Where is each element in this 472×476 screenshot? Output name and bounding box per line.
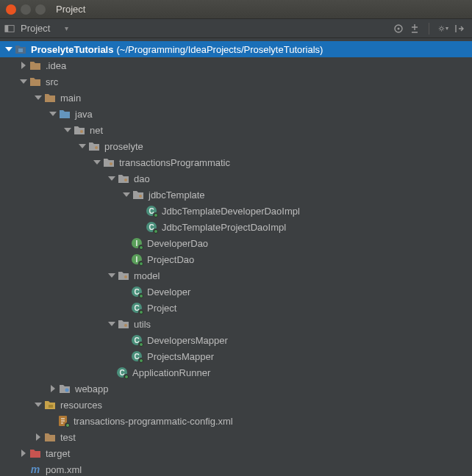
tree-item-net[interactable]: net (0, 122, 472, 138)
item-label: pom.xml (46, 462, 82, 477)
tree-item-class[interactable]: C ApplicationRunner (0, 364, 472, 381)
maven-file-icon: m (29, 464, 41, 475)
minimize-button[interactable] (21, 4, 31, 15)
item-label: JdbcTemplateProjectDaoImpl (162, 220, 286, 235)
tree-item-transactions[interactable]: transactionsProgrammatic (0, 154, 472, 170)
expand-arrow-icon[interactable] (4, 45, 13, 54)
tree-item-test[interactable]: test (0, 429, 472, 445)
svg-point-14 (65, 389, 69, 392)
tree-item-interface[interactable]: I DeveloperDao (0, 235, 472, 251)
tree-item-class[interactable]: C JdbcTemplateDeveloperDaoImpl (0, 203, 472, 219)
item-label: DevelopersMapper (147, 333, 228, 348)
expand-arrow-icon[interactable] (19, 61, 28, 70)
tree-item-proselyte[interactable]: proselyte (0, 138, 472, 154)
tree-item-xml[interactable]: transactions-programmatic-config.xml (0, 413, 472, 429)
class-icon: C (116, 367, 128, 378)
root-path: (~/Programming/IdeaProjects/ProselyteTut… (116, 42, 323, 57)
excluded-folder-icon (29, 447, 41, 459)
gear-icon[interactable]: ▾ (438, 24, 448, 34)
item-label: model (134, 268, 160, 284)
expand-arrow-icon[interactable] (19, 77, 28, 86)
tree-item-model[interactable]: model (0, 267, 472, 284)
collapse-all-icon[interactable] (410, 24, 420, 34)
expand-arrow-icon[interactable] (19, 449, 28, 458)
tree-item-class[interactable]: C ProjectsMapper (0, 348, 472, 364)
hide-icon[interactable] (454, 24, 465, 34)
tree-item-class[interactable]: C JdbcTemplateProjectDaoImpl (0, 219, 472, 235)
class-icon: C (146, 221, 157, 233)
expand-arrow-icon[interactable] (49, 109, 57, 118)
close-button[interactable] (6, 4, 16, 15)
expand-arrow-icon[interactable] (107, 174, 116, 183)
expand-arrow-icon[interactable] (78, 142, 87, 151)
class-icon: C (131, 302, 143, 314)
svg-rect-6 (18, 48, 23, 52)
svg-point-5 (440, 27, 443, 30)
tree-item-target[interactable]: target (0, 445, 472, 461)
tree-item-src[interactable]: src (0, 73, 472, 90)
expand-arrow-icon[interactable] (34, 400, 43, 409)
class-icon: C (131, 334, 143, 346)
interface-icon: I (131, 237, 143, 249)
package-icon (74, 124, 85, 136)
package-icon (118, 318, 129, 330)
locate-icon[interactable] (393, 24, 404, 34)
item-label: Project (147, 300, 176, 316)
folder-icon (59, 383, 71, 394)
item-label: dao (134, 171, 150, 187)
class-icon: C (131, 286, 143, 298)
class-icon: C (131, 350, 143, 362)
expand-arrow-icon[interactable] (107, 271, 116, 280)
item-label: utils (134, 317, 151, 332)
item-label: transactions-programmatic-config.xml (74, 414, 233, 429)
project-toolbar: Project ▾ ▾ (0, 19, 472, 38)
item-label: ProjectDao (147, 252, 194, 267)
class-icon: C (146, 205, 157, 217)
tree-item-class[interactable]: C Developer (0, 284, 472, 300)
tree-item-jdbctemplate[interactable]: jdbcTemplate (0, 187, 472, 203)
root-label: ProselyteTutorials (31, 42, 113, 57)
tree-item-main[interactable]: main (0, 90, 472, 106)
interface-icon: I (131, 253, 143, 265)
package-icon (118, 270, 129, 281)
project-tree[interactable]: ProselyteTutorials (~/Programming/IdeaPr… (0, 38, 472, 476)
svg-rect-2 (5, 25, 8, 32)
project-view-icon (4, 24, 15, 34)
expand-arrow-icon[interactable] (49, 384, 57, 393)
item-label: proselyte (104, 139, 143, 154)
folder-icon (44, 92, 56, 104)
item-label: ApplicationRunner (132, 365, 210, 381)
expand-arrow-icon[interactable] (63, 126, 72, 134)
tree-item-utils[interactable]: utils (0, 316, 472, 332)
view-selector-label[interactable]: Project (21, 23, 50, 34)
tree-item-class[interactable]: C Project (0, 300, 472, 316)
svg-rect-15 (49, 405, 53, 408)
package-icon (132, 189, 144, 201)
expand-arrow-icon[interactable] (34, 93, 43, 102)
tree-item-interface[interactable]: I ProjectDao (0, 251, 472, 267)
expand-arrow-icon[interactable] (93, 158, 101, 167)
svg-point-4 (398, 27, 400, 29)
maximize-button[interactable] (35, 4, 46, 15)
item-label: java (75, 107, 93, 122)
item-label: target (46, 446, 70, 461)
tree-item-java[interactable]: java (0, 106, 472, 122)
module-icon (15, 43, 26, 55)
tree-item-pom[interactable]: m pom.xml (0, 461, 472, 476)
tree-item-idea[interactable]: .idea (0, 57, 472, 73)
item-label: ProjectsMapper (147, 349, 214, 364)
expand-arrow-icon[interactable] (122, 190, 131, 199)
folder-icon (44, 431, 56, 443)
tree-item-dao[interactable]: dao (0, 170, 472, 187)
package-icon (88, 140, 100, 152)
item-label: jdbcTemplate (149, 187, 205, 203)
view-selector-dropdown-icon[interactable]: ▾ (65, 24, 68, 32)
tree-item-webapp[interactable]: webapp (0, 381, 472, 397)
tree-item-resources[interactable]: resources (0, 397, 472, 413)
tree-item-class[interactable]: C DevelopersMapper (0, 332, 472, 348)
expand-arrow-icon[interactable] (107, 320, 116, 328)
expand-arrow-icon[interactable] (34, 433, 43, 441)
source-root-icon (59, 108, 71, 120)
tree-root[interactable]: ProselyteTutorials (~/Programming/IdeaPr… (0, 41, 472, 57)
item-label: net (90, 123, 103, 138)
